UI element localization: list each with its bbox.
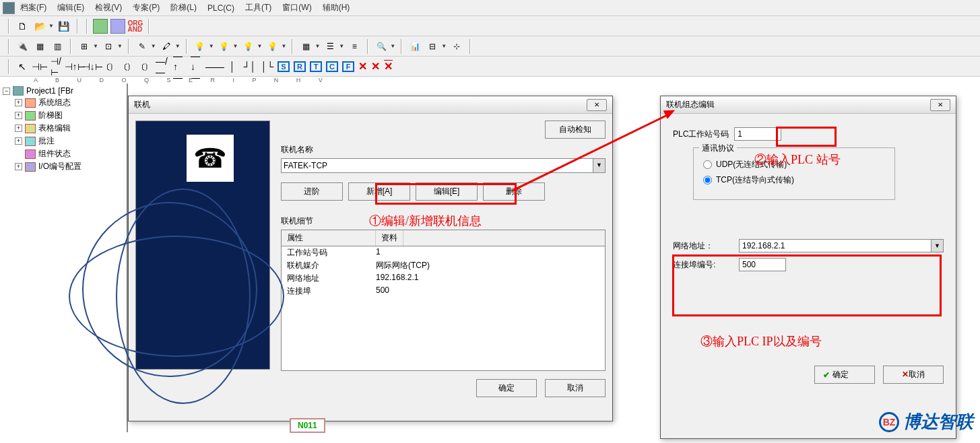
menu-tools[interactable]: 工具(T) [245,2,271,13]
menubar: 档案(F) 编辑(E) 检视(V) 专案(P) 阶梯(L) PLC(C) 工具(… [0,0,980,16]
dropdown-icon[interactable]: ▼ [593,158,606,173]
add-button[interactable]: 新增[A] [348,182,410,201]
bulb2-icon[interactable]: 💡 [217,39,232,54]
coil3-icon[interactable]: ⟮⟯ [137,59,152,74]
menu-view[interactable]: 检视(V) [95,2,122,13]
bars-icon[interactable]: ≡ [347,39,362,54]
contact-n-icon[interactable]: ⊣↓⊢ [85,59,100,74]
cancel-button[interactable]: ✕取消 [883,366,944,384]
chip-icon[interactable]: ▦ [32,39,47,54]
contact-no-icon[interactable]: ⊣⊢ [32,59,47,74]
contact-p-icon[interactable]: ⊣↑⊢ [67,59,82,74]
udp-radio[interactable] [703,160,712,169]
connection-dialog: 联机 ✕ ☎ 自动检知 联机名称 ▼ 进阶 新增[A] 编辑[E] 删除 联机细… [128,96,613,421]
s-box-icon[interactable]: S [277,61,290,72]
c-box-icon[interactable]: C [326,61,338,72]
close-icon[interactable]: ✕ [930,99,950,111]
bulb3-icon[interactable]: 💡 [241,39,256,54]
search-icon[interactable]: 🔍 [374,39,389,54]
ladder-icon [25,111,36,121]
delete1-icon[interactable]: ✕ [358,60,367,73]
close-icon[interactable]: ✕ [587,99,607,111]
edit-button[interactable]: 编辑[E] [416,182,478,201]
watermark-logo-icon: BZ [879,412,899,432]
tree-io[interactable]: I/O编号配置 [38,161,81,172]
expand-icon[interactable]: + [15,112,22,119]
toolbar-main: 🗋 📂 ▼ 💾 ORGAND [0,16,980,36]
station-input[interactable] [734,127,781,141]
port-input[interactable] [739,258,786,271]
coil2-icon[interactable]: ⟮⟯ [120,59,135,74]
menu-edit[interactable]: 编辑(E) [57,2,84,13]
save-icon[interactable]: 💾 [57,19,71,34]
coil-icon[interactable]: ⟮⟯ [102,59,117,74]
menu-plc[interactable]: PLC(C) [207,3,234,13]
highlight-icon[interactable]: 🖍 [159,39,174,54]
tool-a-icon[interactable]: ⊞ [77,39,92,54]
tree-table[interactable]: 表格编辑 [38,123,71,134]
watermark: BZ 博达智联 [879,410,973,434]
cancel-button[interactable]: 取消 [545,379,606,397]
delete2-icon[interactable]: ✕ [371,60,380,73]
protocol-legend: 通讯协议 [699,143,737,154]
rise-icon[interactable]: —↑— [172,59,187,74]
r-box-icon[interactable]: R [294,61,306,72]
open-dropdown-icon[interactable]: ▼ [48,23,54,29]
expand-icon[interactable]: + [15,125,22,132]
tree-device[interactable]: 组件状态 [38,148,71,160]
chart-icon[interactable]: 📊 [407,39,422,54]
tool-icon-1[interactable] [93,19,108,34]
tree-collapse-icon[interactable]: − [3,88,10,95]
connect-icon[interactable]: 🔌 [15,39,30,54]
ok-button[interactable]: 确定 [476,379,537,397]
menu-file[interactable]: 档案(F) [20,2,46,13]
annotation-2: ②输入PLC 站号 [754,151,841,168]
phone-icon: ☎ [187,135,234,182]
expand-icon[interactable]: + [15,99,22,106]
edit-tool-icon[interactable]: ✎ [135,39,150,54]
dropdown-icon[interactable]: ▼ [932,239,944,252]
f-box-icon[interactable]: F [342,61,354,72]
cursor-icon[interactable]: ↖ [15,59,30,74]
ok-button[interactable]: ✔确定 [814,366,875,384]
delete-button[interactable]: 删除 [483,182,545,201]
grid-icon[interactable]: ▦ [298,39,313,54]
tree-ladder[interactable]: 阶梯图 [38,110,63,121]
list-icon[interactable]: ☰ [323,39,337,54]
vline-icon[interactable]: │ [225,59,240,74]
tree-system-config[interactable]: 系统组态 [38,97,71,108]
hline-icon[interactable]: —— [207,59,222,74]
tcp-radio[interactable] [703,176,712,184]
module-icon[interactable]: ▥ [50,39,65,54]
bulb4-icon[interactable]: 💡 [265,39,280,54]
addr-input[interactable] [739,239,932,252]
tree-comment[interactable]: 批注 [38,135,55,147]
center-icon[interactable]: ⊹ [449,39,464,54]
expand-icon[interactable]: + [15,137,22,145]
menu-help[interactable]: 辅助(H) [323,2,350,13]
expand-icon[interactable]: + [15,163,22,170]
connection-name-input[interactable] [281,158,593,173]
col-attr: 属性 [282,230,376,246]
row-data: 192.168.2.1 [376,273,418,284]
tool-icon-2[interactable] [110,19,125,34]
open-file-icon[interactable]: 📂 [32,19,47,34]
x-icon: ✕ [902,370,909,379]
tool-b-icon[interactable]: ⊡ [101,39,116,54]
fall-icon[interactable]: —↓— [190,59,205,74]
new-file-icon[interactable]: 🗋 [15,19,30,34]
delete3-icon[interactable]: ✕ [384,60,393,73]
link1-icon[interactable]: ┘│ [242,59,257,74]
not-icon[interactable]: —/— [155,59,170,74]
auto-detect-button[interactable]: 自动检知 [545,121,606,139]
menu-project[interactable]: 专案(P) [133,2,160,13]
org-and-button[interactable]: ORGAND [128,19,143,34]
t-box-icon[interactable]: T [310,61,322,72]
menu-ladder[interactable]: 阶梯(L) [170,2,197,13]
menu-window[interactable]: 窗口(W) [282,2,311,13]
net-icon[interactable]: ⊟ [425,39,440,54]
link2-icon[interactable]: │└ [260,59,275,74]
tree-root-label[interactable]: Project1 [FBr [26,86,73,96]
contact-nc-icon[interactable]: ⊣/⊢ [50,59,65,74]
advance-button[interactable]: 进阶 [281,182,343,201]
